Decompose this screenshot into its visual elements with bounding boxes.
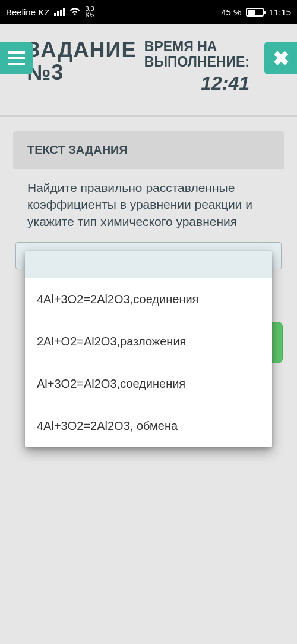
task-title-line1: ЗАДАНИЕ [27,37,136,62]
close-button[interactable]: ✖ [264,42,297,74]
battery-icon [246,8,264,17]
dropdown-option[interactable]: 2Al+O2=Al2O3,разложения [25,321,272,363]
clock: 11:15 [268,7,291,17]
close-icon: ✖ [273,46,289,70]
timer-value: 12:41 [144,73,249,95]
page-header: ✖ ЗАДАНИЕ №3 ВРЕМЯ НА ВЫПОЛНЕНИЕ: 12:41 [0,24,297,117]
timer-label-line2: ВЫПОЛНЕНИЕ: [144,54,249,70]
status-bar: Beeline KZ 3,3 K/s 45 % 11:15 [0,0,297,24]
submit-button-edge[interactable] [271,322,283,363]
task-card-header: ТЕКСТ ЗАДАНИЯ [13,131,284,169]
wifi-icon [69,7,80,17]
answer-dropdown: 4Al+3O2=2Al2O3,соединения 2Al+O2=Al2O3,р… [25,251,272,447]
dropdown-option[interactable]: 4Al+3O2=2Al2O3, обмена [25,405,272,447]
signal-icon [54,8,65,16]
hamburger-icon [8,51,25,65]
menu-button[interactable] [0,42,33,74]
task-card: ТЕКСТ ЗАДАНИЯ Найдите правильно расставл… [13,131,284,269]
data-speed: 3,3 K/s [85,5,94,18]
carrier-label: Beeline KZ [6,7,49,17]
battery-percent: 45 % [221,7,241,17]
task-prompt: Найдите правильно расставленные коэффици… [13,169,284,240]
dropdown-header [25,251,272,278]
timer-label-line1: ВРЕМЯ НА [144,39,217,54]
dropdown-option[interactable]: 4Al+3O2=2Al2O3,соединения [25,278,272,321]
dropdown-option[interactable]: Al+3O2=Al2O3,соединения [25,363,272,405]
